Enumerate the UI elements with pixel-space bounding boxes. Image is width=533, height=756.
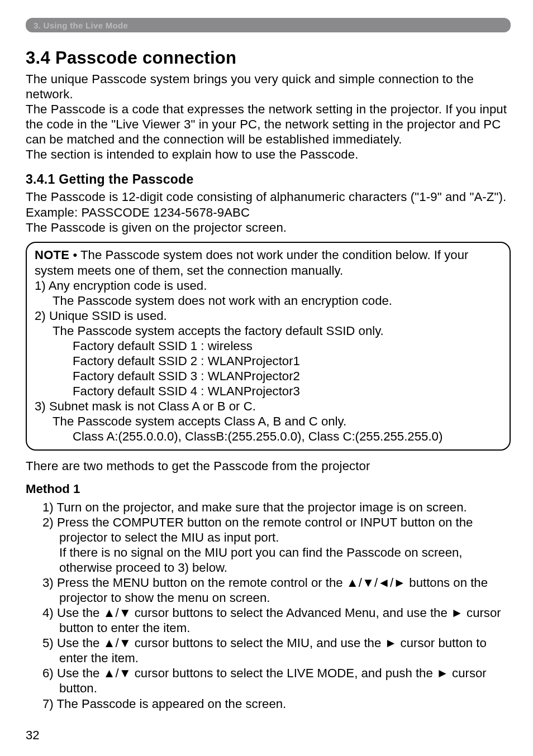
method-1-heading: Method 1 xyxy=(26,482,511,496)
note-item-3b: Class A:(255.0.0.0), ClassB:(255.255.0.0… xyxy=(35,429,502,444)
method-1-list: 1) Turn on the projector, and make sure … xyxy=(26,500,511,711)
note-item-2a: The Passcode system accepts the factory … xyxy=(35,323,502,338)
method-1-step-4: 4) Use the ▲/▼ cursor buttons to select … xyxy=(42,605,511,635)
note-item-2b: Factory default SSID 1 : wireless xyxy=(35,338,502,353)
breadcrumb: 3. Using the Live Mode xyxy=(26,18,511,32)
method-1-step-7: 7) The Passcode is appeared on the scree… xyxy=(42,696,511,711)
method-1-step-1: 1) Turn on the projector, and make sure … xyxy=(42,500,511,515)
sub-intro-2: The Passcode is given on the projector s… xyxy=(26,220,511,235)
intro-paragraph-3: The section is intended to explain how t… xyxy=(26,147,511,162)
note-item-2e: Factory default SSID 4 : WLANProjector3 xyxy=(35,384,502,399)
note-item-2: 2) Unique SSID is used. xyxy=(35,308,502,323)
page-number: 32 xyxy=(26,728,39,743)
page-root: 3. Using the Live Mode 3.4 Passcode conn… xyxy=(0,0,533,756)
note-item-2d: Factory default SSID 3 : WLANProjector2 xyxy=(35,369,502,384)
intro-paragraph-1: The unique Passcode system brings you ve… xyxy=(26,71,511,102)
note-item-1: 1) Any encryption code is used. xyxy=(35,278,502,293)
method-1-step-5: 5) Use the ▲/▼ cursor buttons to select … xyxy=(42,635,511,666)
breadcrumb-label: 3. Using the Live Mode xyxy=(34,21,128,30)
note-box: NOTE • The Passcode system does not work… xyxy=(26,242,511,451)
note-item-2c: Factory default SSID 2 : WLANProjector1 xyxy=(35,353,502,369)
method-1-step-3: 3) Press the MENU button on the remote c… xyxy=(42,575,511,605)
note-label: NOTE xyxy=(35,248,69,262)
note-item-3a: The Passcode system accepts Class A, B a… xyxy=(35,414,502,429)
subsection-intro: The Passcode is 12-digit code consisting… xyxy=(26,189,511,235)
note-item-3: 3) Subnet mask is not Class A or B or C. xyxy=(35,399,502,414)
section-title: 3.4 Passcode connection xyxy=(26,48,511,68)
method-1-step-2: 2) Press the COMPUTER button on the remo… xyxy=(42,515,511,545)
intro-block: The unique Passcode system brings you ve… xyxy=(26,71,511,162)
subsection-title: 3.4.1 Getting the Passcode xyxy=(26,172,511,187)
note-item-1a: The Passcode system does not work with a… xyxy=(35,293,502,308)
intro-paragraph-2: The Passcode is a code that expresses th… xyxy=(26,102,511,147)
note-lead: • The Passcode system does not work unde… xyxy=(35,248,468,277)
method-1-step-6: 6) Use the ▲/▼ cursor buttons to select … xyxy=(42,666,511,696)
two-methods-text: There are two methods to get the Passcod… xyxy=(26,458,511,473)
method-1-step-2a: If there is no signal on the MIU port yo… xyxy=(42,545,511,575)
sub-intro-1: The Passcode is 12-digit code consisting… xyxy=(26,189,511,219)
